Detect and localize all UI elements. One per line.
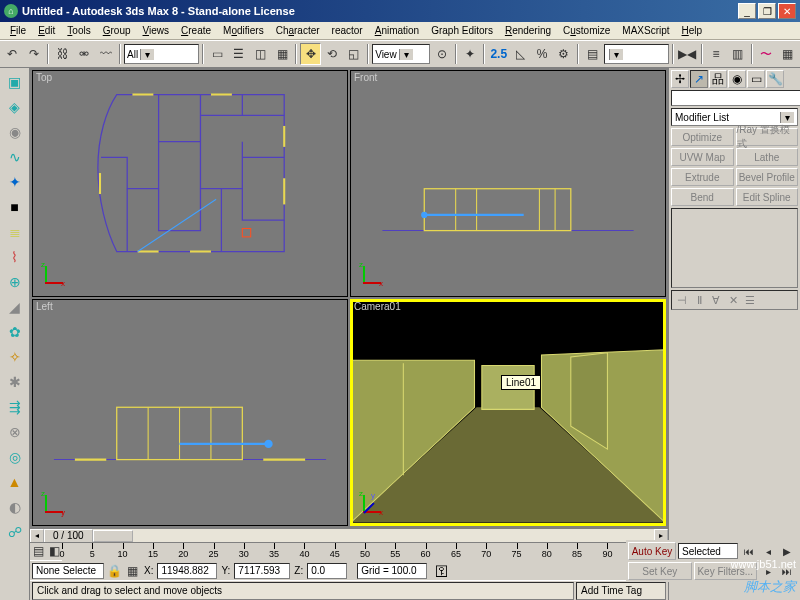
schematic-view-button[interactable]: ▦ xyxy=(777,43,798,65)
menu-edit[interactable]: Edit xyxy=(32,24,61,37)
link-button[interactable]: ⛓ xyxy=(52,43,73,65)
select-region-button[interactable]: ◫ xyxy=(250,43,271,65)
create-tab-icon[interactable]: ✢ xyxy=(671,70,689,88)
time-slider-thumb[interactable]: 0 / 100 xyxy=(44,529,93,543)
bend-button[interactable]: Bend xyxy=(671,188,734,206)
z-coord-field[interactable]: 0.0 xyxy=(307,563,347,579)
viewport-top[interactable]: Top xyxy=(32,70,348,297)
maximize-button[interactable]: ❐ xyxy=(758,3,776,19)
extrude-button[interactable]: Extrude xyxy=(671,168,734,186)
viewport-left[interactable]: Left yz xyxy=(32,299,348,526)
menu-group[interactable]: Group xyxy=(97,24,137,37)
timeline[interactable]: ▤ ◧ 051015202530354045505560657075808590… xyxy=(30,542,668,560)
ray-displace-button[interactable]: /Ray 置换模式 xyxy=(736,128,799,146)
align-button[interactable]: ≡ xyxy=(706,43,727,65)
select-rotate-button[interactable]: ⟲ xyxy=(322,43,343,65)
modifier-stack[interactable] xyxy=(671,208,798,288)
select-manipulate-button[interactable]: ✦ xyxy=(460,43,481,65)
reactor-defmesh-icon[interactable]: ✦ xyxy=(3,170,27,194)
ref-coord-combo[interactable]: View▾ xyxy=(372,44,430,64)
select-move-button[interactable]: ✥ xyxy=(300,43,321,65)
lathe-button[interactable]: Lathe xyxy=(736,148,799,166)
menu-create[interactable]: Create xyxy=(175,24,217,37)
reactor-rigid-icon[interactable]: ▣ xyxy=(3,70,27,94)
reactor-plane-icon[interactable]: ◢ xyxy=(3,295,27,319)
object-name-input[interactable] xyxy=(671,90,800,106)
undo-button[interactable]: ↶ xyxy=(2,43,23,65)
window-crossing-button[interactable]: ▦ xyxy=(272,43,293,65)
viewport-front[interactable]: Front xz xyxy=(350,70,666,297)
reactor-gear-icon[interactable]: ✿ xyxy=(3,320,27,344)
layers-button[interactable]: ▥ xyxy=(727,43,748,65)
menu-customize[interactable]: Customize xyxy=(557,24,616,37)
close-button[interactable]: ✕ xyxy=(778,3,796,19)
motion-tab-icon[interactable]: ◉ xyxy=(728,70,746,88)
reactor-point-icon[interactable]: ◎ xyxy=(3,445,27,469)
reactor-fracture-icon[interactable]: ✱ xyxy=(3,370,27,394)
play-button[interactable]: ▶ xyxy=(778,543,796,559)
reactor-cloth-icon[interactable]: ◈ xyxy=(3,95,27,119)
select-button[interactable]: ▭ xyxy=(207,43,228,65)
reactor-soft-icon[interactable]: ◉ xyxy=(3,120,27,144)
reactor-motor-icon[interactable]: ⊕ xyxy=(3,270,27,294)
keymode-combo[interactable]: Selected xyxy=(678,543,738,559)
menu-grapheditors[interactable]: Graph Editors xyxy=(425,24,499,37)
add-time-tag-button[interactable]: Add Time Tag xyxy=(576,582,666,600)
transform-typein-icon[interactable]: ▦ xyxy=(124,563,140,579)
uvwmap-button[interactable]: UVW Map xyxy=(671,148,734,166)
trackbar-toggle-icon[interactable]: ▤ xyxy=(30,543,46,559)
reactor-water-icon[interactable]: ■ xyxy=(3,195,27,219)
make-unique-icon[interactable]: ∀ xyxy=(708,293,724,307)
autokey-button[interactable]: Auto Key xyxy=(628,542,676,560)
menu-tools[interactable]: Tools xyxy=(61,24,96,37)
select-by-name-button[interactable]: ☰ xyxy=(229,43,250,65)
utilities-tab-icon[interactable]: 🔧 xyxy=(766,70,784,88)
selection-filter-combo[interactable]: All▾ xyxy=(124,44,199,64)
curve-editor-button[interactable]: 〜 xyxy=(756,43,777,65)
setkey-button[interactable]: Set Key xyxy=(628,562,692,580)
reactor-toy-icon[interactable]: ✧ xyxy=(3,345,27,369)
reactor-wind-icon[interactable]: ⇶ xyxy=(3,395,27,419)
bind-spacewarp-button[interactable]: 〰 xyxy=(95,43,116,65)
minimize-button[interactable]: _ xyxy=(738,3,756,19)
prev-frame-button[interactable]: ◂ xyxy=(759,543,777,559)
menu-animation[interactable]: Animation xyxy=(369,24,425,37)
optimize-button[interactable]: Optimize xyxy=(671,128,734,146)
reactor-spring-icon[interactable]: ≣ xyxy=(3,220,27,244)
viewport-camera[interactable]: Camera01 Line01 xzy xyxy=(350,299,666,526)
menu-character[interactable]: Character xyxy=(270,24,326,37)
mirror-button[interactable]: ▶◀ xyxy=(677,43,698,65)
menu-file[interactable]: File xyxy=(4,24,32,37)
key-icon[interactable]: ⚿ xyxy=(435,563,449,579)
angle-snap-button[interactable]: ◺ xyxy=(510,43,531,65)
reactor-rope-icon[interactable]: ∿ xyxy=(3,145,27,169)
y-coord-field[interactable]: 7117.593 xyxy=(234,563,290,579)
named-sel-button[interactable]: ▤ xyxy=(582,43,603,65)
modify-tab-icon[interactable]: ↗ xyxy=(690,70,708,88)
pin-stack-icon[interactable]: ⊣ xyxy=(674,293,690,307)
reactor-hinge-icon[interactable]: ⊗ xyxy=(3,420,27,444)
spinner-snap-button[interactable]: ⚙ xyxy=(553,43,574,65)
menu-modifiers[interactable]: Modifiers xyxy=(217,24,270,37)
goto-end-button[interactable]: ⏭ xyxy=(778,563,796,579)
menu-rendering[interactable]: Rendering xyxy=(499,24,557,37)
next-frame-button[interactable]: ▸ xyxy=(759,563,777,579)
redo-button[interactable]: ↷ xyxy=(24,43,45,65)
keyfilters-button[interactable]: Key Filters... xyxy=(694,562,758,580)
select-scale-button[interactable]: ◱ xyxy=(344,43,365,65)
reactor-lspring-icon[interactable]: ⌇ xyxy=(3,245,27,269)
scroll-left-button[interactable]: ◂ xyxy=(30,529,44,543)
reactor-ragdoll-icon[interactable]: ☍ xyxy=(3,520,27,544)
menu-reactor[interactable]: reactor xyxy=(326,24,369,37)
menu-views[interactable]: Views xyxy=(137,24,176,37)
snap-toggle-button[interactable]: 2.5 xyxy=(488,43,509,65)
unlink-button[interactable]: ⚮ xyxy=(74,43,95,65)
named-sel-combo[interactable]: ▾ xyxy=(604,44,670,64)
reactor-prism-icon[interactable]: ▲ xyxy=(3,470,27,494)
menu-maxscript[interactable]: MAXScript xyxy=(616,24,675,37)
configure-sets-icon[interactable]: ☰ xyxy=(742,293,758,307)
hierarchy-tab-icon[interactable]: 品 xyxy=(709,70,727,88)
menu-help[interactable]: Help xyxy=(676,24,709,37)
percent-snap-button[interactable]: % xyxy=(532,43,553,65)
remove-mod-icon[interactable]: ✕ xyxy=(725,293,741,307)
